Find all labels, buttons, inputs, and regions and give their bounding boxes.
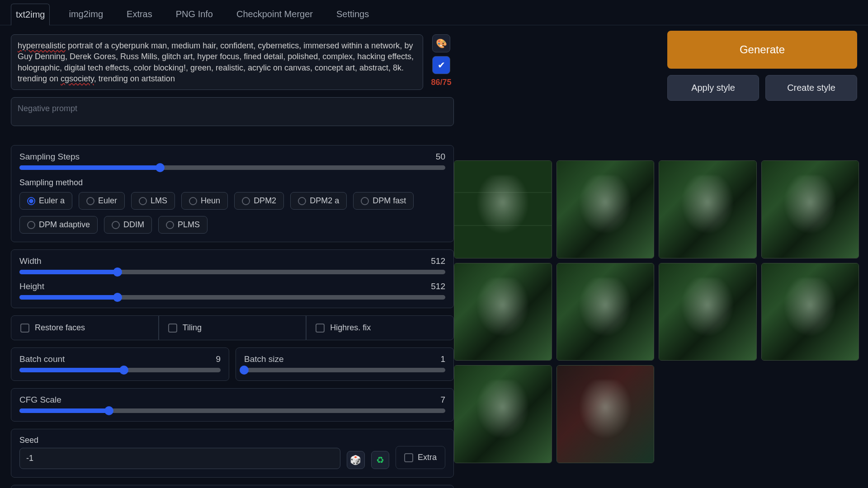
cfg-slider[interactable] — [19, 408, 445, 413]
check-icon[interactable]: ✔ — [432, 56, 450, 74]
batch-count-slider[interactable] — [19, 368, 221, 372]
palette-icon[interactable]: 🎨 — [432, 34, 450, 52]
gallery-thumb[interactable] — [659, 160, 757, 258]
dimensions-panel: Width512 Height512 — [11, 249, 454, 308]
negative-prompt-input[interactable]: Negative prompt — [11, 97, 454, 126]
seed-input[interactable] — [19, 448, 340, 469]
generate-button[interactable]: Generate — [667, 31, 857, 69]
gallery-thumb[interactable] — [557, 263, 655, 361]
gallery-thumb[interactable] — [761, 160, 859, 258]
tabs: txt2img img2img Extras PNG Info Checkpoi… — [0, 0, 868, 25]
gallery-thumb[interactable] — [557, 365, 655, 463]
gallery-thumb[interactable] — [454, 365, 552, 463]
height-slider[interactable] — [19, 295, 445, 300]
seed-panel: Seed 🎲 ♻ Extra — [11, 429, 454, 478]
sampling-method-group: Euler a Euler LMS Heun DPM2 DPM2 a DPM f… — [19, 192, 445, 234]
batch-size-label: Batch size — [244, 354, 284, 364]
tab-extras[interactable]: Extras — [122, 4, 157, 25]
sampling-steps-value: 50 — [436, 152, 445, 162]
radio-dpm2a[interactable]: DPM2 a — [290, 192, 347, 210]
batch-count-value: 9 — [216, 354, 221, 364]
batch-size-slider[interactable] — [244, 368, 445, 372]
prompt-word-2: cgsociety — [61, 74, 94, 83]
batch-size-panel: Batch size1 — [236, 347, 454, 381]
radio-plms[interactable]: PLMS — [158, 216, 208, 234]
restore-faces-checkbox[interactable]: Restore faces — [11, 315, 159, 340]
width-label: Width — [19, 256, 42, 266]
cfg-panel: CFG Scale7 — [11, 388, 454, 422]
radio-heun[interactable]: Heun — [181, 192, 228, 210]
radio-lms[interactable]: LMS — [131, 192, 175, 210]
sampling-panel: Sampling Steps50 Sampling method Euler a… — [11, 145, 454, 242]
prompt-word-1: hyperrealistic — [18, 41, 66, 50]
prompt-input[interactable]: hyperrealistic portrait of a cyberpunk m… — [11, 34, 423, 90]
gallery-thumb[interactable] — [761, 263, 859, 361]
cfg-label: CFG Scale — [19, 395, 61, 405]
batch-count-panel: Batch count9 — [11, 347, 229, 381]
gallery-thumb[interactable] — [454, 263, 552, 361]
batch-size-value: 1 — [440, 354, 445, 364]
gallery-thumb[interactable] — [454, 160, 552, 258]
tiling-checkbox[interactable]: Tiling — [159, 315, 307, 340]
cfg-value: 7 — [440, 395, 445, 405]
apply-style-button[interactable]: Apply style — [667, 75, 759, 101]
radio-euler[interactable]: Euler — [79, 192, 125, 210]
output-gallery — [454, 160, 859, 463]
radio-dpm2[interactable]: DPM2 — [234, 192, 284, 210]
options-row: Restore faces Tiling Highres. fix — [11, 315, 454, 340]
prompt-text-end: , trending on artstation — [94, 74, 175, 83]
create-style-button[interactable]: Create style — [765, 75, 857, 101]
tab-img2img[interactable]: img2img — [64, 4, 108, 25]
dice-icon[interactable]: 🎲 — [347, 451, 365, 469]
token-counter: 86/75 — [431, 78, 451, 87]
width-value: 512 — [431, 256, 445, 266]
seed-label: Seed — [19, 436, 340, 445]
sampling-steps-slider[interactable] — [19, 165, 445, 170]
tab-settings[interactable]: Settings — [332, 4, 373, 25]
height-label: Height — [19, 282, 44, 291]
tab-checkpoint-merger[interactable]: Checkpoint Merger — [232, 4, 317, 25]
radio-dpmfast[interactable]: DPM fast — [353, 192, 414, 210]
gallery-thumb[interactable] — [557, 160, 655, 258]
highres-fix-checkbox[interactable]: Highres. fix — [306, 315, 454, 340]
tab-txt2img[interactable]: txt2img — [11, 4, 50, 25]
sampling-steps-label: Sampling Steps — [19, 152, 80, 162]
recycle-icon[interactable]: ♻ — [371, 451, 389, 469]
seed-extra-checkbox[interactable]: Extra — [396, 446, 445, 469]
sampling-method-label: Sampling method — [19, 178, 445, 188]
script-panel: Script — [11, 485, 454, 488]
radio-ddim[interactable]: DDIM — [104, 216, 152, 234]
gallery-thumb[interactable] — [659, 263, 757, 361]
radio-euler-a[interactable]: Euler a — [19, 192, 72, 210]
tab-pnginfo[interactable]: PNG Info — [171, 4, 217, 25]
height-value: 512 — [431, 282, 445, 291]
radio-dpmadaptive[interactable]: DPM adaptive — [19, 216, 98, 234]
width-slider[interactable] — [19, 270, 445, 274]
batch-count-label: Batch count — [19, 354, 65, 364]
